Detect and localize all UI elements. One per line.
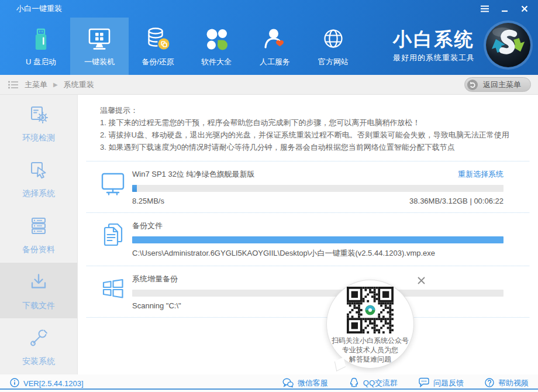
menu-list-icon (8, 81, 19, 89)
env-check-icon (27, 102, 50, 128)
nav-item-backup-restore[interactable]: 备份/还原 (129, 18, 187, 75)
usb-drive-icon (28, 26, 54, 53)
brand-tagline: 最好用的系统重装工具 (393, 53, 475, 63)
qr-code (347, 287, 394, 333)
help-video-link[interactable]: 帮助视频 (485, 377, 529, 389)
breadcrumb-arrow-icon: ▶ (53, 81, 58, 88)
footer-link-label: 问题反馈 (433, 378, 464, 388)
select-cursor-icon (27, 158, 50, 183)
main-content: 温馨提示： 1. 接下来的过程无需您的干预，程序会帮助您自动完成剩下的步骤，您可… (78, 95, 538, 374)
feedback-bubble-icon (419, 377, 429, 389)
nav-item-human-service[interactable]: 人工服务 (246, 18, 304, 75)
nav-item-official-site[interactable]: 官方网站 (304, 18, 363, 75)
sidebar-item-label: 下载文件 (22, 301, 55, 311)
back-button-label: 返回主菜单 (483, 80, 521, 90)
footer-links: 微信客服 QQ交流群 问题反馈 (261, 377, 529, 389)
breadcrumb-root[interactable]: 主菜单 (25, 80, 47, 90)
nav-item-software-center[interactable]: 软件大全 (187, 18, 246, 75)
backup-progress-bar (132, 236, 503, 243)
nav-label: 官方网站 (318, 57, 349, 67)
brand-name: 小白系统 (393, 29, 475, 49)
app-header: 小白一键重装 U 盘启动 (0, 0, 538, 75)
nav-label: 软件大全 (201, 57, 232, 67)
sidebar-item-download-files[interactable]: 下载文件 (0, 263, 77, 319)
sidebar-item-label: 安装系统 (22, 356, 55, 367)
download-section: Win7 SP1 32位 纯净绿色旗舰最新版 重新选择系统 8.25MB/s 3… (87, 161, 529, 213)
title-bar: 小白一键重装 (0, 0, 538, 18)
step-sidebar: 环境检测 选择系统 备份资料 (0, 95, 78, 374)
backup-file-section: 备份文件 C:\Users\Administrator.6GYGLI5KAOYG… (87, 213, 529, 266)
monitor-install-icon (86, 26, 113, 53)
main-nav: U 盘启动 一键装机 (0, 18, 538, 75)
footer-link-label: 微信客服 (298, 378, 328, 388)
nav-label: 备份/还原 (142, 57, 174, 67)
incremental-progress-bar (132, 290, 503, 297)
version-text: VER[2.5.44.1203] (23, 379, 84, 388)
feedback-link[interactable]: 问题反馈 (419, 377, 464, 389)
globe-icon (320, 26, 347, 53)
wechat-icon (282, 378, 294, 389)
reselect-system-link[interactable]: 重新选择系统 (458, 169, 503, 180)
back-to-main-menu-button[interactable]: 返回主菜单 (464, 77, 531, 92)
menu-icon[interactable] (477, 2, 492, 15)
close-icon[interactable] (517, 2, 532, 15)
tips-block: 温馨提示： 1. 接下来的过程无需您的干预，程序会帮助您自动完成剩下的步骤，您可… (78, 95, 538, 153)
nav-item-usb-boot[interactable]: U 盘启动 (12, 18, 70, 75)
brand-text: 小白系统 最好用的系统重装工具 (393, 29, 475, 63)
apps-petals-icon (203, 26, 230, 53)
incremental-backup-body: 系统增量备份 Scanning "C:\" (132, 274, 503, 310)
person-service-icon (261, 26, 288, 53)
sidebar-item-install-system[interactable]: 安装系统 (0, 318, 77, 374)
backup-file-title: 备份文件 (132, 221, 163, 231)
status-footer: VER[2.5.44.1203] 微信客服 (0, 374, 538, 392)
monitor-outline-icon (101, 169, 125, 205)
database-backup-icon (144, 26, 171, 53)
tips-title: 温馨提示： (100, 104, 520, 116)
qq-penguin-icon (349, 377, 359, 389)
version-info: VER[2.5.44.1203] (10, 378, 84, 389)
backup-file-path: C:\Users\Administrator.6GYGLI5KAOYGIIL\D… (132, 248, 435, 259)
footer-link-label: 帮助视频 (498, 378, 529, 388)
info-icon (10, 378, 19, 389)
nav-label: 一键装机 (84, 57, 115, 67)
brand-logo-icon (483, 20, 533, 73)
tips-line-1: 1. 接下来的过程无需您的干预，程序会帮助您自动完成剩下的步骤，您可以离开电脑稍… (100, 116, 520, 129)
window-controls (477, 2, 532, 15)
qr-popup: 扫码关注小白系统公众号 专业技术人员为您 解答疑难问题 (326, 280, 414, 369)
wrench-icon (27, 326, 50, 351)
download-title: Win7 SP1 32位 纯净绿色旗舰最新版 (132, 169, 255, 180)
windows-logo-icon (101, 274, 125, 310)
backup-progress-fill (132, 236, 503, 243)
sidebar-item-env-check[interactable]: 环境检测 (0, 95, 77, 151)
tips-line-3: 3. 如果遇到下载速度为0的情况时请耐心等待几分钟，服务器会自动根据您当前网络位… (100, 141, 520, 153)
back-arrow-icon (467, 80, 478, 90)
server-stack-icon (27, 214, 50, 239)
download-icon (27, 270, 50, 295)
documents-icon (101, 221, 125, 259)
qq-group-link[interactable]: QQ交流群 (349, 377, 398, 389)
sidebar-item-label: 选择系统 (22, 188, 55, 199)
qr-popup-close-icon[interactable] (415, 274, 427, 287)
minimize-icon[interactable] (497, 2, 512, 15)
sidebar-item-label: 备份资料 (22, 245, 55, 255)
incremental-backup-section: 系统增量备份 Scanning "C:\" (87, 266, 529, 318)
download-progress-bar (132, 185, 503, 192)
qr-popup-line-2: 专业技术人员为您 (327, 345, 413, 355)
sidebar-item-label: 环境检测 (22, 133, 55, 143)
wechat-support-link[interactable]: 微信客服 (282, 377, 328, 389)
qr-popup-line-1: 扫码关注小白系统公众号 (327, 336, 413, 345)
breadcrumb: 主菜单 ▶ 系统重装 返回主菜单 (0, 75, 538, 95)
nav-label: U 盘启动 (26, 57, 56, 67)
brand-block: 小白系统 最好用的系统重装工具 (393, 18, 533, 75)
qr-popup-line-3: 解答疑难问题 (327, 355, 413, 364)
backup-file-body: 备份文件 C:\Users\Administrator.6GYGLI5KAOYG… (132, 221, 503, 259)
window-title: 小白一键重装 (16, 4, 62, 14)
nav-item-one-click-install[interactable]: 一键装机 (70, 18, 129, 75)
progress-sections: Win7 SP1 32位 纯净绿色旗舰最新版 重新选择系统 8.25MB/s 3… (87, 161, 529, 318)
download-progress-fill (132, 185, 137, 192)
tips-line-2: 2. 请拔掉U盘、移动硬盘，退出光驱内的光盘，并保证系统重装过程不断电。否则重装… (100, 129, 520, 141)
sidebar-item-choose-system[interactable]: 选择系统 (0, 151, 77, 207)
sidebar-item-backup-data[interactable]: 备份资料 (0, 207, 77, 263)
download-speed: 8.25MB/s (132, 197, 164, 205)
help-icon (485, 378, 494, 389)
